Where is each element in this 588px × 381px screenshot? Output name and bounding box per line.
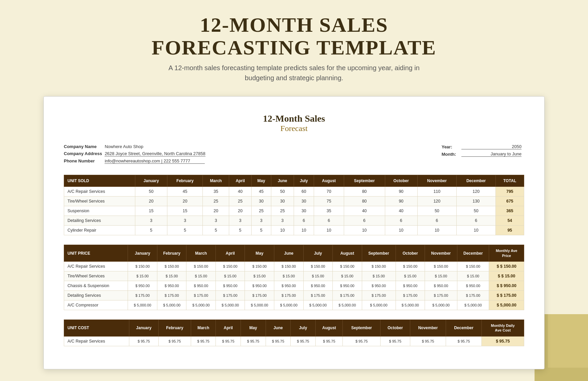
col-aug-sold: August <box>314 175 344 187</box>
unit-cost-header: UNIT COST <box>64 320 129 336</box>
cell-value: $ 95.75 <box>266 336 291 346</box>
cell-value: $ 15.00 <box>274 271 304 281</box>
cell-value: 30 <box>271 197 294 206</box>
cell-value: 6 <box>344 216 385 226</box>
col-jan-sold: January <box>135 175 167 187</box>
row-label: Tire/Wheel Services <box>64 271 128 281</box>
row-label: A/C Repair Services <box>64 336 129 346</box>
total-value: $ 5,000.00 <box>489 300 524 310</box>
cell-value: 10 <box>457 226 496 235</box>
cell-value: $ 175.00 <box>457 290 489 300</box>
cell-value: 75 <box>314 197 344 206</box>
cell-value: $ 175.00 <box>245 290 274 300</box>
cell-value: 10 <box>294 226 314 235</box>
col-total-sold: TOTAL <box>495 175 524 187</box>
cell-value: 3 <box>271 216 294 226</box>
total-value: $ $ 175.00 <box>489 290 524 300</box>
cell-value: $ 15.00 <box>396 271 425 281</box>
cell-value: $ 150.00 <box>215 261 245 271</box>
total-value: $ 95.75 <box>482 336 524 346</box>
cell-value: $ 150.00 <box>157 261 186 271</box>
cell-value: $ 175.00 <box>215 290 245 300</box>
cell-value: 3 <box>229 216 251 226</box>
table-row: Detailing Services$ 175.00$ 175.00$ 175.… <box>64 290 524 300</box>
cell-value: 80 <box>344 197 385 206</box>
cell-value: $ 150.00 <box>457 261 489 271</box>
cell-value: 30 <box>294 197 314 206</box>
total-value: 675 <box>495 197 524 206</box>
document-title: 12-Month Sales Forecast <box>64 113 524 133</box>
cell-value: 50 <box>271 187 294 197</box>
cell-value: $ 950.00 <box>457 281 489 290</box>
cell-value: $ 950.00 <box>362 281 396 290</box>
cell-value: $ 5,000.00 <box>274 300 304 310</box>
total-value: 95 <box>495 226 524 235</box>
col-sep-sold: September <box>344 175 385 187</box>
cell-value: $ 175.00 <box>333 290 362 300</box>
cell-value: 80 <box>344 187 385 197</box>
cell-value: $ 150.00 <box>303 261 333 271</box>
table-row: A/C Repair Services$ 150.00$ 150.00$ 150… <box>64 261 524 271</box>
cell-value: 25 <box>271 206 294 216</box>
cell-value: $ 950.00 <box>215 281 245 290</box>
cell-value: 6 <box>457 216 496 226</box>
cell-value: 50 <box>135 187 167 197</box>
page-title: 12-MONTH SALES FORECASTING TEMPLATE <box>7 13 581 59</box>
cell-value: $ 5,000.00 <box>303 300 333 310</box>
company-address-value: 2628 Joyce Street, Greenville, North Car… <box>105 151 205 156</box>
cell-value: $ 5,000.00 <box>457 300 489 310</box>
cell-value: 3 <box>203 216 229 226</box>
unit-cost-table: UNIT COST January February March April M… <box>64 320 524 346</box>
cell-value: $ 950.00 <box>186 281 216 290</box>
col-jul-sold: July <box>294 175 314 187</box>
cell-value: 6 <box>385 216 417 226</box>
cell-value: 10 <box>314 226 344 235</box>
cell-value: $ 15.00 <box>333 271 362 281</box>
row-label: Cylinder Repair <box>64 226 135 235</box>
bg-decoration-light <box>548 314 588 368</box>
company-info-right: Year: 2050 Month: January to June <box>439 143 524 165</box>
page-subtitle: A 12-month sales forecasting template pr… <box>7 63 581 83</box>
cell-value: $ 95.75 <box>381 336 410 346</box>
cell-value: $ 5,000.00 <box>396 300 425 310</box>
cell-value: $ 15.00 <box>245 271 274 281</box>
cell-value: $ 5,000.00 <box>425 300 457 310</box>
row-label: Tire/Wheel Services <box>64 197 135 206</box>
cell-value: $ 175.00 <box>425 290 457 300</box>
row-label: Chassis & Suspension <box>64 281 128 290</box>
cell-value: $ 95.75 <box>129 336 159 346</box>
cell-value: $ 15.00 <box>157 271 186 281</box>
cell-value: 40 <box>229 187 251 197</box>
cell-value: $ 95.75 <box>291 336 316 346</box>
table-row: A/C Repair Services504535404550607080901… <box>64 187 524 197</box>
cell-value: 10 <box>344 226 385 235</box>
cell-value: 3 <box>135 216 167 226</box>
cell-value: 45 <box>167 187 203 197</box>
col-apr-sold: April <box>229 175 251 187</box>
table-row: A/C Repair Services$ 95.75$ 95.75$ 95.75… <box>64 336 524 346</box>
cell-value: $ 150.00 <box>245 261 274 271</box>
doc-title-sub: Forecast <box>64 124 524 133</box>
cell-value: $ 5,000.00 <box>186 300 216 310</box>
row-label: Detailing Services <box>64 290 128 300</box>
cell-value: 5 <box>251 226 271 235</box>
cell-value: $ 175.00 <box>186 290 216 300</box>
cell-value: $ 95.75 <box>159 336 191 346</box>
total-value: $ $ 15.00 <box>489 271 524 281</box>
cell-value: $ 5,000.00 <box>362 300 396 310</box>
company-info: Company Name Nowhere Auto Shop Company A… <box>64 143 524 165</box>
cell-value: $ 15.00 <box>303 271 333 281</box>
cell-value: $ 150.00 <box>333 261 362 271</box>
cell-value: $ 15.00 <box>186 271 216 281</box>
cell-value: 15 <box>167 206 203 216</box>
col-may-sold: May <box>251 175 271 187</box>
cell-value: 35 <box>203 187 229 197</box>
cell-value: 3 <box>251 216 271 226</box>
cell-value: $ 15.00 <box>362 271 396 281</box>
cell-value: $ 95.75 <box>216 336 241 346</box>
cell-value: 50 <box>417 206 457 216</box>
month-label: Month: <box>439 150 459 158</box>
header-section: 12-MONTH SALES FORECASTING TEMPLATE A 12… <box>0 0 588 90</box>
company-name-value: Nowhere Auto Shop <box>105 143 208 150</box>
cell-value: $ 950.00 <box>245 281 274 290</box>
